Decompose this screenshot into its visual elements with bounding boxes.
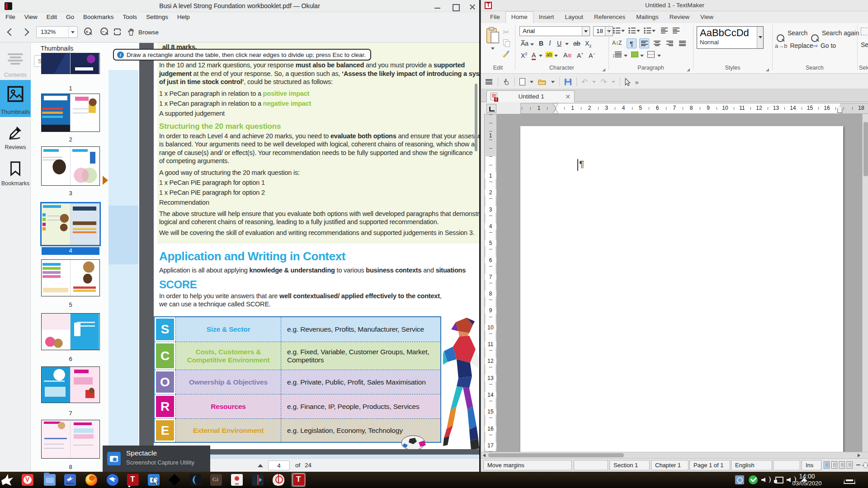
tray-icon-system-settings[interactable] <box>735 475 744 484</box>
taskbar-icon-inkscape[interactable] <box>169 474 180 486</box>
subscript-icon[interactable]: X2 <box>585 40 591 48</box>
back-icon[interactable] <box>6 28 14 36</box>
shrink-font-icon[interactable]: A− <box>589 52 595 59</box>
line-spacing-icon[interactable]: ↕ <box>612 52 622 59</box>
menu-tools[interactable]: Tools <box>118 14 142 20</box>
document-horizontal-scrollbar[interactable] <box>481 452 868 458</box>
fit-width-icon[interactable] <box>114 28 121 35</box>
ribbon-tab-home[interactable]: Home <box>505 11 533 23</box>
thumbnails-scrollbar[interactable] <box>108 70 138 472</box>
redo-dropdown-icon[interactable] <box>612 81 615 83</box>
show-formatting-icon[interactable]: ¶ <box>627 38 637 48</box>
okular-titlebar[interactable]: Busi A level Strong Foundation workbookl… <box>0 0 479 12</box>
textmaker-titlebar[interactable]: Untitled 1 - TextMaker <box>481 0 868 11</box>
view-normal-icon[interactable] <box>824 461 830 469</box>
line-spacing-dropdown-icon[interactable] <box>624 55 627 57</box>
taskbar-icon-firefox[interactable] <box>85 474 97 486</box>
select-button-label[interactable]: Select <box>861 41 868 48</box>
tab-close-icon[interactable]: ✕ <box>565 93 571 100</box>
sort-icon[interactable]: A↕Z <box>612 40 622 46</box>
underline-icon[interactable]: U <box>557 40 561 47</box>
touch-mode-icon[interactable] <box>503 78 510 86</box>
view-continuous-icon[interactable] <box>831 461 837 469</box>
highlight-icon[interactable]: ab <box>545 52 553 58</box>
taskbar-icon-gimp[interactable] <box>210 474 222 486</box>
menu-icon[interactable] <box>486 79 493 85</box>
view-page-icon[interactable] <box>839 461 845 469</box>
taskbar-icon-media-player[interactable] <box>231 474 243 486</box>
thumbnail-page-6[interactable] <box>42 314 99 350</box>
taskbar-icon-krita[interactable] <box>189 474 201 486</box>
pdf-vertical-scrollbar[interactable] <box>474 43 478 455</box>
taskbar-icon-vivaldi[interactable] <box>22 474 33 486</box>
thumbnail-page-2[interactable] <box>42 94 99 131</box>
decrease-indent-icon[interactable] <box>661 28 668 33</box>
paste-icon[interactable] <box>486 27 500 45</box>
maximize-icon[interactable] <box>451 4 460 10</box>
tray-icon-display-network[interactable] <box>774 475 783 484</box>
multilevel-list-dropdown-icon[interactable] <box>652 30 656 32</box>
replace-button[interactable]: a→bReplace <box>775 42 813 49</box>
taskbar-icon-thunderbird[interactable] <box>107 474 118 486</box>
character-dialog-launcher-icon[interactable] <box>602 68 605 71</box>
chapter-field[interactable]: Chapter 1 <box>651 460 689 470</box>
search-button[interactable]: Search <box>776 28 807 38</box>
taskbar-icon-textmaker-active[interactable] <box>293 474 305 486</box>
document-tab[interactable]: Untitled 1 ✕ <box>486 90 575 102</box>
document-page[interactable]: ¶ <box>520 126 843 452</box>
strikethrough-icon[interactable]: ab <box>573 40 580 47</box>
grow-font-icon[interactable]: A+ <box>577 52 584 59</box>
taskbar-icon-software[interactable] <box>64 474 76 486</box>
toolbar-overflow-icon[interactable]: » <box>635 78 639 86</box>
select-icon[interactable] <box>861 28 868 35</box>
clear-formatting-icon[interactable]: A <box>563 52 571 59</box>
styles-dialog-launcher-icon[interactable] <box>766 68 769 71</box>
ribbon-tab-mailings[interactable]: Mailings <box>631 12 664 23</box>
shading-dropdown-icon[interactable] <box>640 55 644 57</box>
zoom-slider-handle[interactable] <box>863 462 868 468</box>
language-field[interactable]: English <box>731 460 772 470</box>
tray-icon-volume[interactable] <box>761 475 770 484</box>
bullet-list-dropdown-icon[interactable] <box>621 30 625 32</box>
align-left-icon[interactable] <box>639 38 649 48</box>
multilevel-list-icon[interactable] <box>644 28 651 33</box>
redo-icon[interactable]: ↷ <box>600 77 607 87</box>
ribbon-tab-file[interactable]: File <box>485 12 505 23</box>
tab-type-selector[interactable] <box>486 104 496 113</box>
open-file-dropdown-icon[interactable] <box>551 81 555 83</box>
menu-help[interactable]: Help <box>173 14 194 20</box>
zoom-level-combobox[interactable]: 132% <box>36 26 78 38</box>
save-icon[interactable] <box>564 78 572 86</box>
thumbnail-page-3[interactable] <box>42 147 99 185</box>
document-vertical-scrollbar[interactable] <box>862 114 868 452</box>
align-justify-icon[interactable] <box>677 38 687 48</box>
undo-icon[interactable]: ↶ <box>581 77 588 87</box>
view-outline-icon[interactable] <box>847 461 853 469</box>
font-color-dropdown-icon[interactable] <box>539 55 542 57</box>
menu-bookmarks[interactable]: Bookmarks <box>79 14 118 20</box>
new-document-dropdown-icon[interactable] <box>530 81 533 83</box>
insert-mode-field[interactable]: Ins <box>802 460 821 470</box>
menu-file[interactable]: File <box>1 14 20 20</box>
increase-indent-icon[interactable] <box>673 28 679 33</box>
menu-view[interactable]: View <box>20 14 42 20</box>
ribbon-tab-layout[interactable]: Layout <box>560 12 589 23</box>
taskbar-icon-kdenlive[interactable] <box>252 474 264 486</box>
change-case-icon[interactable]: A̅a <box>521 40 534 47</box>
search-again-button[interactable]: Search again <box>810 28 859 38</box>
horizontal-ruler[interactable]: 11234567891011121314151618 <box>520 103 868 114</box>
ribbon-tab-review[interactable]: Review <box>664 12 695 23</box>
ribbon-tab-insert[interactable]: Insert <box>533 12 560 23</box>
goto-button[interactable]: ⇒Go to <box>813 42 836 49</box>
zoom-out-icon[interactable] <box>856 465 860 465</box>
thumbnail-page-1[interactable] <box>42 53 99 74</box>
forward-icon[interactable] <box>23 28 30 36</box>
move-margins-field[interactable]: Move margins <box>483 460 572 470</box>
bullet-list-icon[interactable] <box>613 28 620 33</box>
align-center-icon[interactable] <box>652 38 662 48</box>
paste-dropdown-icon[interactable] <box>491 47 495 50</box>
sidebar-item-bookmarks[interactable]: Bookmarks <box>0 155 31 188</box>
ribbon-tab-references[interactable]: References <box>589 12 631 23</box>
numbered-list-icon[interactable] <box>628 28 636 33</box>
borders-dropdown-icon[interactable] <box>657 55 661 57</box>
